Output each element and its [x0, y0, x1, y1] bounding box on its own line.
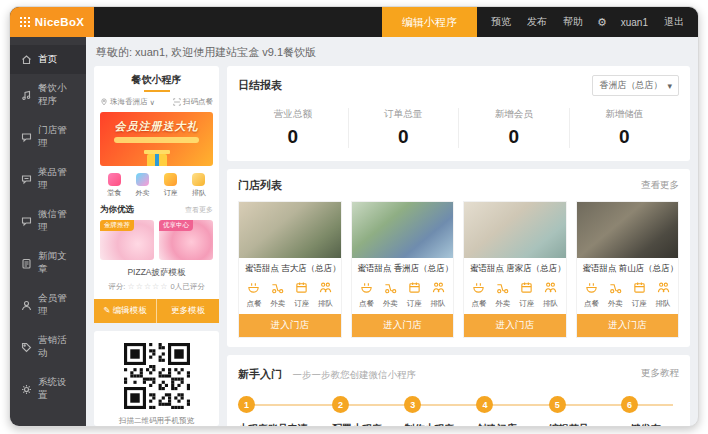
- guide-step: 2配置小程序建站宝盒官网配置微信开发工具配置: [332, 396, 404, 427]
- dinein-icon: [108, 173, 121, 186]
- report-stats: 营业总额0 订单总量0 新增会员0 新增储值0: [238, 108, 679, 148]
- promo-banner: 会员注册送大礼: [100, 112, 213, 166]
- sidebar-item-dishes[interactable]: 菜品管理: [10, 158, 86, 200]
- guide-more-link[interactable]: 更多教程: [641, 367, 679, 380]
- dine-in-icon: [472, 281, 485, 294]
- phone-preview-column: 餐饮小程序 珠海香洲店 ∨ 扫码点餐: [94, 66, 219, 418]
- gear-icon[interactable]: ⚙: [591, 16, 613, 29]
- store-action-queue-icon: 排队: [651, 280, 675, 309]
- logo-text: NiceBoX: [35, 16, 84, 28]
- username-link[interactable]: xuan1: [613, 17, 656, 28]
- rating-stars: ☆☆☆☆☆: [128, 282, 169, 291]
- gift-box-icon: [147, 154, 167, 166]
- dine-in-icon: [360, 281, 373, 294]
- logout-link[interactable]: 退出: [656, 15, 692, 29]
- booking-icon: [633, 281, 646, 294]
- store-photo: [352, 202, 454, 258]
- location-pin-icon: [100, 98, 108, 106]
- more-templates-button[interactable]: 更多模板: [157, 299, 219, 323]
- store-action-booking-icon: 订座: [290, 280, 314, 309]
- sidebar-item-settings[interactable]: 系统设置: [10, 368, 86, 410]
- sidebar-item-wechat[interactable]: 微信管理: [10, 200, 86, 242]
- enter-store-button[interactable]: 进入门店: [352, 314, 454, 337]
- edit-miniapp-button[interactable]: 编辑小程序: [382, 7, 477, 37]
- edit-template-button[interactable]: ✎ 编辑模板: [94, 299, 157, 323]
- booking-icon: [295, 281, 308, 294]
- store-action-delivery-icon: 外卖: [266, 280, 290, 309]
- scan-order: 扫码点餐: [173, 97, 213, 107]
- store-grid: 蜜语甜点 吉大店（总店）点餐外卖订座排队进入门店蜜语甜点 香洲店（总店）点餐外卖…: [238, 201, 679, 338]
- store-photo: [577, 202, 679, 258]
- store-name: 蜜语甜点 香洲店（总店）: [352, 258, 454, 277]
- step-title: 一键发布: [621, 422, 679, 427]
- featured-card: 优享中心: [159, 220, 213, 260]
- template-rating: 评分: ☆☆☆☆☆ 0人已评分: [100, 282, 213, 292]
- stat-new-members: 新增会员0: [458, 108, 569, 148]
- guide-step: 4创建门店前往门店管理创建门店: [476, 396, 548, 427]
- featured-card: 金牌推荐: [100, 220, 154, 260]
- caret-down-icon: ∨: [150, 98, 156, 107]
- qr-caption: 扫描二维码用手机预览: [119, 416, 194, 426]
- featured-badge: 优享中心: [159, 220, 193, 231]
- scan-icon: [173, 98, 181, 106]
- store-actions: 点餐外卖订座排队: [239, 277, 341, 314]
- sidebar-item-marketing[interactable]: 营销活动: [10, 326, 86, 368]
- enter-store-button[interactable]: 进入门店: [577, 314, 679, 337]
- delivery-icon: [384, 281, 397, 294]
- step-title: 编辑菜品: [549, 422, 621, 427]
- grid-icon: [20, 17, 30, 27]
- store-action-dine-in-icon: 点餐: [242, 280, 266, 309]
- booking-icon: [164, 173, 177, 186]
- booking-icon: [408, 281, 421, 294]
- template-name: PIZZA披萨模板: [100, 267, 213, 279]
- guide-title: 新手入门: [238, 368, 282, 380]
- location-selector: 珠海香洲店 ∨: [100, 97, 155, 107]
- sidebar-item-home[interactable]: 首页: [10, 45, 86, 74]
- store-action-queue-icon: 排队: [539, 280, 563, 309]
- banner-strip: [114, 137, 200, 143]
- store-action-dine-in-icon: 点餐: [355, 280, 379, 309]
- news-icon: [21, 258, 32, 269]
- enter-store-button[interactable]: 进入门店: [239, 314, 341, 337]
- member-icon: [21, 300, 32, 311]
- home-icon: [21, 54, 32, 65]
- step-title: 小程序账号申请: [238, 422, 332, 427]
- store-card: 蜜语甜点 吉大店（总店）点餐外卖订座排队进入门店: [238, 201, 342, 338]
- preview-link[interactable]: 预览: [483, 15, 519, 29]
- guide-card: 新手入门 一步一步教您创建微信小程序 更多教程 1小程序账号申请个人小程序账号注…: [227, 355, 690, 427]
- report-title: 日结报表: [238, 78, 282, 93]
- publish-link[interactable]: 发布: [519, 15, 555, 29]
- store-list-card: 门店列表 查看更多 蜜语甜点 吉大店（总店）点餐外卖订座排队进入门店蜜语甜点 香…: [227, 169, 690, 347]
- store-list-more-link[interactable]: 查看更多: [641, 179, 679, 192]
- enter-store-button[interactable]: 进入门店: [464, 314, 566, 337]
- qr-code: [124, 343, 190, 409]
- delivery-icon: [609, 281, 622, 294]
- store-actions: 点餐外卖订座排队: [464, 277, 566, 314]
- step-number-badge: 5: [549, 396, 566, 413]
- sidebar-item-news[interactable]: 新闻文章: [10, 242, 86, 284]
- sidebar-item-miniapp[interactable]: 餐饮小程序: [10, 74, 86, 116]
- guide-step: 6一键发布: [621, 396, 679, 427]
- store-card: 蜜语甜点 香洲店（总店）点餐外卖订座排队进入门店: [351, 201, 455, 338]
- topbar: NiceBoX 编辑小程序 预览 发布 帮助 ⚙ xuan1 退出: [10, 7, 698, 37]
- store-action-delivery-icon: 外卖: [491, 280, 515, 309]
- stat-new-deposits: 新增储值0: [569, 108, 680, 148]
- featured-title: 为你优选: [100, 204, 134, 216]
- store-filter-dropdown[interactable]: 香洲店（总店） ▾: [592, 75, 679, 96]
- store-photo: [239, 202, 341, 258]
- step-number-badge: 1: [238, 396, 255, 413]
- sidebar-item-members[interactable]: 会员管理: [10, 284, 86, 326]
- store-list-title: 门店列表: [238, 178, 282, 193]
- qr-card: 扫描二维码用手机预览: [94, 331, 219, 426]
- sidebar-item-stores[interactable]: 门店管理: [10, 116, 86, 158]
- store-card: 蜜语甜点 前山店（总店）点餐外卖订座排队进入门店: [576, 201, 680, 338]
- help-link[interactable]: 帮助: [555, 15, 591, 29]
- delivery-icon: [496, 281, 509, 294]
- step-number-badge: 3: [404, 396, 421, 413]
- store-action-queue-icon: 排队: [426, 280, 450, 309]
- step-number-badge: 2: [332, 396, 349, 413]
- phone-app-title: 餐饮小程序: [100, 73, 213, 92]
- store-action-delivery-icon: 外卖: [603, 280, 627, 309]
- featured-cards: 金牌推荐 优享中心: [100, 220, 213, 260]
- dish-icon: [21, 174, 32, 185]
